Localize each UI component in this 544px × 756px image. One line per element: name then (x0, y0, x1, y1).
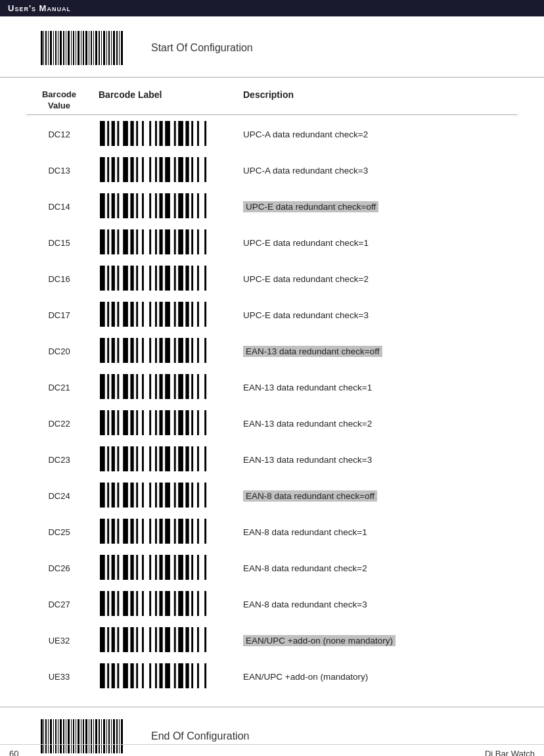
cell-barcode-image (92, 590, 223, 619)
svg-rect-181 (123, 410, 128, 435)
table-row: DC22EAN-13 data redundant check=2 (26, 406, 518, 442)
svg-rect-299 (185, 627, 189, 652)
svg-rect-133 (159, 302, 162, 327)
svg-rect-160 (107, 374, 109, 399)
svg-rect-244 (178, 519, 183, 544)
svg-rect-42 (155, 121, 157, 146)
svg-rect-314 (165, 663, 170, 688)
svg-rect-86 (204, 193, 206, 218)
svg-rect-171 (174, 374, 176, 399)
svg-rect-50 (204, 121, 206, 146)
svg-rect-34 (107, 121, 109, 146)
svg-rect-91 (123, 229, 128, 254)
svg-rect-296 (165, 627, 170, 652)
svg-rect-73 (123, 193, 128, 218)
svg-rect-272 (130, 591, 133, 616)
svg-rect-201 (136, 446, 138, 471)
svg-rect-273 (136, 591, 138, 616)
svg-rect-124 (107, 302, 109, 327)
cell-barcode-image (92, 373, 223, 402)
svg-rect-21 (93, 31, 94, 65)
svg-rect-168 (155, 374, 157, 399)
svg-rect-216 (117, 483, 119, 508)
cell-description: EAN-8 data redundant check=3 (223, 600, 518, 609)
svg-rect-33 (100, 121, 105, 146)
svg-rect-225 (174, 483, 176, 508)
svg-rect-172 (178, 374, 183, 399)
svg-rect-180 (117, 410, 119, 435)
svg-rect-304 (107, 663, 109, 688)
svg-rect-44 (165, 121, 170, 146)
cell-description: EAN/UPC +add-on (none mandatory) (223, 636, 518, 646)
svg-rect-271 (123, 591, 128, 616)
svg-rect-53 (112, 157, 115, 182)
svg-rect-295 (159, 627, 162, 652)
table-header: BarcodeValue Barcode Label Description (26, 84, 518, 115)
svg-rect-95 (149, 229, 151, 254)
svg-rect-60 (155, 157, 157, 182)
svg-rect-135 (174, 302, 176, 327)
svg-rect-65 (185, 157, 189, 182)
svg-rect-308 (130, 663, 133, 688)
svg-rect-51 (100, 157, 105, 182)
svg-rect-176 (204, 374, 206, 399)
svg-rect-222 (155, 483, 157, 508)
page-header: User's Manual (0, 0, 544, 16)
svg-rect-125 (112, 302, 115, 327)
svg-rect-190 (178, 410, 183, 435)
svg-rect-142 (107, 338, 109, 363)
svg-rect-305 (112, 663, 115, 688)
cell-description: EAN-13 data redundant check=off (223, 346, 518, 356)
svg-rect-179 (112, 410, 115, 435)
svg-rect-192 (191, 410, 193, 435)
svg-rect-74 (130, 193, 133, 218)
svg-rect-25 (103, 31, 105, 65)
svg-rect-103 (197, 229, 199, 254)
cell-description: UPC-E data redundant check=3 (223, 310, 518, 320)
svg-rect-155 (185, 338, 189, 363)
svg-rect-260 (165, 555, 170, 580)
svg-rect-246 (191, 519, 193, 544)
svg-rect-226 (178, 483, 183, 508)
svg-rect-269 (112, 591, 115, 616)
svg-rect-318 (191, 663, 193, 688)
svg-rect-115 (159, 266, 162, 291)
svg-rect-84 (191, 193, 193, 218)
svg-rect-162 (117, 374, 119, 399)
svg-rect-80 (165, 193, 170, 218)
cell-description: UPC-A data redundant check=3 (223, 166, 518, 176)
cell-barcode-image (92, 409, 223, 438)
svg-rect-62 (165, 157, 170, 182)
svg-rect-94 (142, 229, 144, 254)
svg-rect-102 (191, 229, 193, 254)
svg-rect-56 (130, 157, 133, 182)
svg-rect-221 (149, 483, 151, 508)
svg-rect-233 (112, 519, 115, 544)
col-header-label: Barcode Label (92, 89, 223, 112)
svg-rect-232 (107, 519, 109, 544)
svg-rect-35 (112, 121, 115, 146)
svg-rect-287 (112, 627, 115, 652)
svg-rect-205 (159, 446, 162, 471)
svg-rect-297 (174, 627, 176, 652)
cell-barcode-value: DC24 (26, 491, 92, 501)
svg-rect-311 (149, 663, 151, 688)
table-row: DC21EAN-13 data redundant check=1 (26, 369, 518, 406)
svg-rect-211 (197, 446, 199, 471)
page-number: 60 (9, 749, 18, 756)
svg-rect-202 (142, 446, 144, 471)
cell-barcode-image (92, 300, 223, 330)
svg-rect-316 (178, 663, 183, 688)
cell-description: UPC-A data redundant check=2 (223, 130, 518, 139)
svg-rect-46 (178, 121, 183, 146)
svg-rect-163 (123, 374, 128, 399)
svg-rect-82 (178, 193, 183, 218)
svg-rect-59 (149, 157, 151, 182)
svg-rect-188 (165, 410, 170, 435)
table-row: DC14UPC-E data redundant check=off (26, 189, 518, 225)
svg-rect-10 (66, 31, 66, 65)
top-barcode-section: Start Of Configuration (0, 16, 544, 78)
svg-rect-13 (73, 31, 74, 65)
cell-barcode-value: UE33 (26, 672, 92, 682)
svg-rect-29 (113, 31, 115, 65)
